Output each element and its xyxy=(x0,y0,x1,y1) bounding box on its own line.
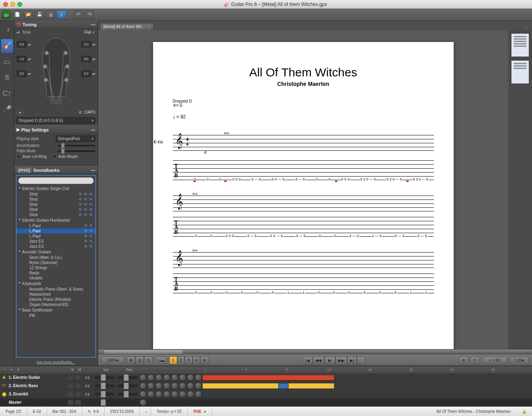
track-name[interactable]: 3. Drumkit xyxy=(8,392,67,396)
tuning-panel-header[interactable]: 🛡 Tuning — xyxy=(14,21,98,28)
soundbank-item[interactable]: Steel (Mart. & Co.) xyxy=(17,255,95,260)
track-knob[interactable] xyxy=(187,374,194,381)
soundbank-item[interactable]: Nylon (Spinosa) xyxy=(17,260,95,265)
track-knob[interactable] xyxy=(155,374,163,381)
info-button[interactable]: i xyxy=(57,10,66,19)
solo-button[interactable] xyxy=(68,391,74,397)
solo-button[interactable] xyxy=(68,375,74,380)
instrument-tool-icon[interactable]: 🎸 xyxy=(1,39,13,53)
tab-staff[interactable]: TAB 000 X 03 — 55 X — 53 — 5003 — 21 — 5… xyxy=(173,217,434,237)
track-knob[interactable] xyxy=(163,382,170,389)
close-window-button[interactable] xyxy=(3,2,8,7)
print-button[interactable]: 🖨 xyxy=(46,10,55,19)
peg-b3[interactable]: B3 xyxy=(81,56,91,62)
track-knob[interactable] xyxy=(140,391,147,398)
track-knob[interactable] xyxy=(140,382,147,389)
speed-field[interactable]: 1.00 ▾ xyxy=(510,356,529,364)
playsettings-header[interactable]: ▶ Play Settings — xyxy=(14,125,98,134)
track-name[interactable]: 1. Electric Guitar xyxy=(8,375,67,380)
track-knob[interactable] xyxy=(195,382,202,389)
display-mode-button[interactable]: ▭▬ xyxy=(155,356,167,364)
peg-g3[interactable]: G3 xyxy=(81,41,91,47)
document-tab[interactable]: [Metal] All of them Wit… × xyxy=(100,23,154,30)
soundbank-category[interactable]: Electric Guitars Single Coil xyxy=(17,186,95,192)
solo-button[interactable] xyxy=(68,383,74,389)
soundbank-item[interactable]: Electric Piano (Rhodes) xyxy=(17,297,95,302)
track-menu-button[interactable]: ▾ xyxy=(15,367,21,372)
effects-tool-icon[interactable]: ▭ xyxy=(1,55,13,69)
soundbank-item[interactable]: Ukulele xyxy=(17,275,95,281)
thumb-page-2[interactable] xyxy=(511,60,529,84)
soundbank-item[interactable]: StratB M N xyxy=(17,207,95,212)
soundbank-category[interactable]: Keyboards xyxy=(17,281,95,287)
track-knob[interactable] xyxy=(148,382,155,389)
remove-track-button[interactable]: × xyxy=(9,367,14,372)
get-more-soundbanks-link[interactable]: Get more soundbanks… xyxy=(14,359,98,366)
notation-staff[interactable]: 𝄞 xyxy=(173,252,434,268)
auto-letring-checkbox[interactable] xyxy=(17,154,21,159)
soundbank-item[interactable]: Jazz ESB N xyxy=(17,239,95,244)
track-timeline[interactable] xyxy=(203,391,532,397)
pan-slider[interactable] xyxy=(118,376,138,379)
mixer-tool-icon[interactable]: 🎚 xyxy=(1,70,13,85)
updown-icon[interactable]: ▴▾ xyxy=(92,57,95,61)
notation-staff[interactable]: E-Gt 𝄞 44 xyxy=(173,135,434,151)
collapse-icon[interactable]: — xyxy=(91,127,95,132)
multivoice-button[interactable]: ⊞ xyxy=(200,356,209,364)
track-knob[interactable] xyxy=(179,382,186,389)
updown-icon[interactable]: ▴▾ xyxy=(28,43,31,46)
view-vertical-button[interactable]: ⊡ xyxy=(144,356,153,364)
track-knob[interactable] xyxy=(148,391,155,398)
mute-button[interactable] xyxy=(75,375,81,380)
track-knob[interactable] xyxy=(163,374,170,381)
soundbank-category[interactable]: Acoustic Guitars xyxy=(17,249,95,255)
page-thumbnails[interactable] xyxy=(508,30,532,349)
go-end-button[interactable]: ▶| xyxy=(347,356,357,364)
check-icon[interactable]: ✓ xyxy=(92,30,95,34)
fast-forward-button[interactable]: ▶▶ xyxy=(335,356,347,364)
thumb-page-1[interactable] xyxy=(511,33,529,57)
track-knob[interactable] xyxy=(179,374,186,381)
collapse-icon[interactable]: — xyxy=(91,22,95,27)
track-knob[interactable] xyxy=(155,382,163,389)
track-knob[interactable] xyxy=(187,382,194,389)
track-knob[interactable] xyxy=(140,399,147,406)
soundbank-item[interactable]: L.PaulB N xyxy=(17,234,95,239)
soundbank-search-input[interactable] xyxy=(18,177,94,184)
collapse-icon[interactable]: — xyxy=(91,168,95,173)
save-file-button[interactable]: 💾 xyxy=(35,10,44,19)
notation-staff[interactable]: 𝄞 xyxy=(173,196,434,211)
loop-button[interactable]: ⟲ xyxy=(357,356,365,364)
soundbank-item[interactable]: L.PaulB N xyxy=(17,228,95,234)
track-knob[interactable] xyxy=(195,391,202,398)
voice-1-button[interactable]: 1 xyxy=(169,356,177,364)
track-knob[interactable] xyxy=(171,374,178,381)
track-knob[interactable] xyxy=(187,391,194,398)
fullscreen-icon[interactable]: ⤢ xyxy=(524,25,528,30)
soundbank-category[interactable]: Bass Synthesizer xyxy=(17,307,95,313)
accentuation-slider[interactable] xyxy=(57,145,96,146)
horizontal-scrollbar[interactable] xyxy=(98,349,532,355)
redo-button[interactable]: ↷ xyxy=(85,10,94,19)
add-track-button[interactable]: + xyxy=(2,367,8,372)
soundbanks-header[interactable]: ((RSE)) Soundbanks — xyxy=(14,166,98,174)
zoom-window-button[interactable] xyxy=(17,2,22,7)
soundbank-item[interactable]: Banjo xyxy=(17,270,95,275)
peg-a2[interactable]: A2 xyxy=(17,56,27,62)
soundbank-item[interactable]: StratB M N xyxy=(17,202,95,207)
edit-tool-icon[interactable]: 𝄽 xyxy=(1,23,13,37)
soundbank-item[interactable]: Harpsichord xyxy=(17,292,95,297)
new-file-button[interactable]: 📄 xyxy=(13,10,22,19)
updown-icon[interactable]: ▴▾ xyxy=(17,30,20,34)
tab-staff[interactable]: TAB 0000 X 03 — 55 X — 53 — 5000 X 05 3 … xyxy=(173,160,434,180)
app-logo[interactable]: gp xyxy=(2,10,11,19)
mute-button[interactable] xyxy=(75,383,81,389)
soundbank-item[interactable]: FM xyxy=(17,313,95,318)
peg-d2[interactable]: D2 xyxy=(17,70,27,77)
soundbank-item[interactable]: Jazz ESB N xyxy=(17,244,95,249)
soundbank-tree[interactable]: Electric Guitars Single CoilStratB M NSt… xyxy=(17,186,95,357)
mic-tool-icon[interactable]: 🎤 xyxy=(1,102,13,116)
countdown-button[interactable]: ⏲ xyxy=(470,356,480,364)
soundbank-item[interactable]: StratB M N xyxy=(17,212,95,217)
volume-slider[interactable] xyxy=(95,384,115,388)
